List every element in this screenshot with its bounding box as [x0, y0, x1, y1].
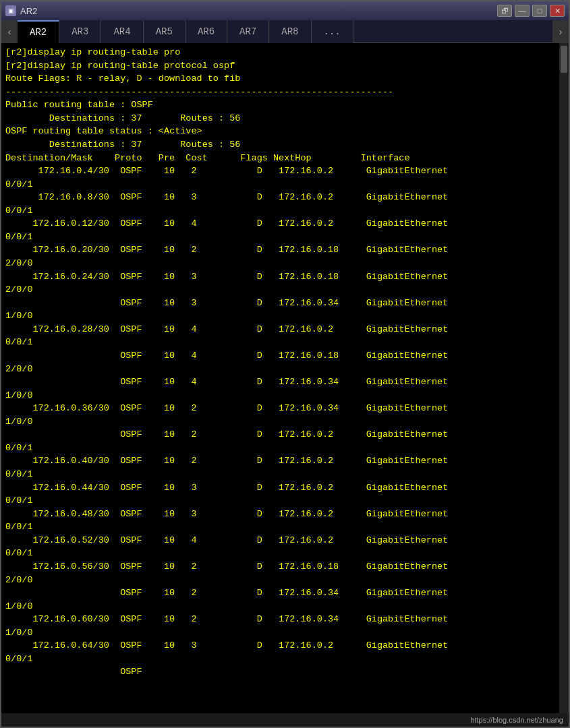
terminal-line: 0/0/1: [5, 520, 565, 534]
main-window: ▣ AR2 🗗 — □ ✕ ‹ AR2AR3AR4AR5AR6AR7AR8...…: [0, 0, 570, 728]
terminal-line: Destination/Mask Proto Pre Cost Flags Ne…: [5, 152, 565, 165]
terminal-line: [r2]display ip routing-table pro: [5, 46, 565, 59]
terminal-line: 0/0/1: [5, 231, 565, 244]
tab-ar2[interactable]: AR2: [18, 20, 59, 43]
terminal-line: ----------------------------------------…: [5, 86, 565, 99]
tab-bar: ‹ AR2AR3AR4AR5AR6AR7AR8... ›: [1, 20, 569, 43]
scrollbar[interactable]: [559, 43, 569, 713]
terminal-line: Public routing table : OSPF: [5, 98, 565, 112]
tabs-container: AR2AR3AR4AR5AR6AR7AR8...: [18, 20, 552, 43]
terminal-line: 0/0/1: [5, 336, 565, 349]
title-bar-controls: 🗗 — □ ✕: [497, 5, 565, 17]
terminal-line: 1/0/0: [5, 389, 565, 402]
terminal-line: 172.16.0.60/30 OSPF 10 2 D 172.16.0.34 G…: [5, 613, 565, 626]
terminal-line: 0/0/1: [5, 547, 565, 560]
status-url: https://blog.csdn.net/zhuang: [470, 716, 563, 724]
terminal-line: 172.16.0.56/30 OSPF 10 2 D 172.16.0.18 G…: [5, 560, 565, 574]
terminal-line: 2/0/0: [5, 257, 565, 270]
terminal-line: 172.16.0.12/30 OSPF 10 4 D 172.16.0.2 Gi…: [5, 217, 565, 231]
terminal-line: 2/0/0: [5, 574, 565, 587]
terminal-line: 1/0/0: [5, 626, 565, 640]
restore-button[interactable]: 🗗: [497, 5, 512, 17]
terminal-line: 0/0/1: [5, 442, 565, 455]
terminal-line: Destinations : 37 Routes : 56: [5, 112, 565, 125]
terminal-line: 172.16.0.24/30 OSPF 10 3 D 172.16.0.18 G…: [5, 270, 565, 284]
status-bar: https://blog.csdn.net/zhuang: [1, 713, 569, 727]
terminal-line: OSPF routing table status : <Active>: [5, 125, 565, 138]
terminal-line: 0/0/1: [5, 494, 565, 508]
terminal: [r2]display ip routing-table pro[r2]disp…: [1, 43, 569, 713]
terminal-line: OSPF 10 2 D 172.16.0.2 GigabitEthernet: [5, 428, 565, 442]
terminal-line: OSPF 10 4 D 172.16.0.34 GigabitEthernet: [5, 375, 565, 389]
tab-ar5[interactable]: AR5: [144, 20, 186, 43]
terminal-line: 172.16.0.4/30 OSPF 10 2 D 172.16.0.2 Gig…: [5, 164, 565, 178]
terminal-line: 172.16.0.8/30 OSPF 10 3 D 172.16.0.2 Gig…: [5, 191, 565, 204]
terminal-line: OSPF 10 3 D 172.16.0.34 GigabitEthernet: [5, 297, 565, 310]
terminal-line: 172.16.0.36/30 OSPF 10 2 D 172.16.0.34 G…: [5, 402, 565, 415]
minimize-button[interactable]: —: [515, 5, 530, 17]
tab-ar6[interactable]: AR6: [186, 20, 227, 43]
title-bar: ▣ AR2 🗗 — □ ✕: [1, 1, 569, 20]
terminal-line: 172.16.0.48/30 OSPF 10 3 D 172.16.0.2 Gi…: [5, 508, 565, 521]
terminal-line: Route Flags: R - relay, D - download to …: [5, 72, 565, 86]
terminal-line: 172.16.0.44/30 OSPF 10 3 D 172.16.0.2 Gi…: [5, 481, 565, 495]
terminal-line: 0/0/1: [5, 653, 565, 666]
terminal-line: 0/0/1: [5, 204, 565, 218]
tab-next-button[interactable]: ›: [552, 20, 569, 43]
tab-ar7[interactable]: AR7: [227, 20, 269, 43]
terminal-line: 1/0/0: [5, 309, 565, 323]
terminal-line: 172.16.0.52/30 OSPF 10 4 D 172.16.0.2 Gi…: [5, 534, 565, 547]
app-icon: ▣: [5, 5, 16, 16]
terminal-line: 2/0/0: [5, 283, 565, 297]
terminal-line: OSPF: [5, 665, 565, 679]
title-bar-left: ▣ AR2: [5, 5, 37, 16]
terminal-line: 0/0/1: [5, 178, 565, 191]
tab-ar3[interactable]: AR3: [59, 20, 101, 43]
terminal-line: OSPF 10 2 D 172.16.0.34 GigabitEthernet: [5, 586, 565, 600]
close-button[interactable]: ✕: [550, 5, 565, 17]
terminal-line: 2/0/0: [5, 363, 565, 376]
terminal-line: 172.16.0.40/30 OSPF 10 2 D 172.16.0.2 Gi…: [5, 454, 565, 468]
terminal-line: Destinations : 37 Routes : 56: [5, 138, 565, 152]
terminal-line: 172.16.0.20/30 OSPF 10 2 D 172.16.0.18 G…: [5, 243, 565, 257]
terminal-line: [r2]display ip routing-table protocol os…: [5, 59, 565, 73]
window-title: AR2: [20, 6, 37, 16]
tab-ar4[interactable]: AR4: [101, 20, 143, 43]
tab-more[interactable]: ...: [312, 20, 353, 43]
terminal-line: OSPF 10 4 D 172.16.0.18 GigabitEthernet: [5, 349, 565, 363]
terminal-line: 1/0/0: [5, 415, 565, 429]
scroll-thumb[interactable]: [561, 46, 567, 73]
maximize-button[interactable]: □: [532, 5, 547, 17]
tab-prev-button[interactable]: ‹: [1, 20, 18, 43]
terminal-line: 172.16.0.64/30 OSPF 10 3 D 172.16.0.2 Gi…: [5, 639, 565, 653]
terminal-line: 172.16.0.28/30 OSPF 10 4 D 172.16.0.2 Gi…: [5, 323, 565, 336]
terminal-line: 1/0/0: [5, 600, 565, 613]
terminal-line: 0/0/1: [5, 468, 565, 481]
terminal-content: [r2]display ip routing-table pro[r2]disp…: [5, 46, 565, 710]
tab-ar8[interactable]: AR8: [269, 20, 311, 43]
